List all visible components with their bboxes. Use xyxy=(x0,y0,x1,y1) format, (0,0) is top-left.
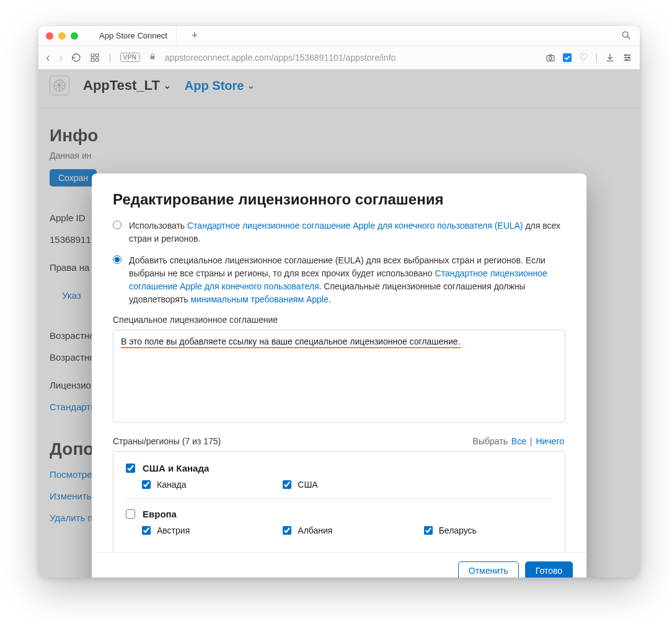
eula-textarea[interactable]: В это поле вы добавляете ссылку на ваше … xyxy=(113,330,565,423)
country-grid: Австрия Албания Беларусь xyxy=(142,525,552,535)
select-none-link[interactable]: Ничего xyxy=(536,436,564,446)
svg-rect-5 xyxy=(96,58,99,61)
modal-backdrop: Редактирование лицензионного соглашения … xyxy=(38,69,640,578)
close-window-button[interactable] xyxy=(46,32,53,40)
modal-footer: Отменить Готово xyxy=(92,552,586,578)
svg-point-0 xyxy=(622,32,628,37)
textarea-label: Специальное лицензионное соглашение xyxy=(113,315,565,325)
radio-custom[interactable] xyxy=(113,255,122,264)
svg-point-12 xyxy=(625,54,626,55)
svg-point-7 xyxy=(549,56,552,59)
country-item[interactable]: Австрия xyxy=(142,525,270,535)
browser-tab[interactable]: App Store Connect xyxy=(86,26,177,45)
option-standard-eula[interactable]: Использовать Стандартное лицензионное со… xyxy=(113,219,565,245)
tab-title: App Store Connect xyxy=(99,31,167,40)
select-all-link[interactable]: Все xyxy=(511,436,526,446)
heart-icon[interactable]: ♡ xyxy=(579,51,588,63)
page: AppTest_LT ⌄ App Store ⌄ Инфо Данная ин … xyxy=(38,69,640,578)
lock-icon xyxy=(149,53,156,62)
country-checkbox[interactable] xyxy=(142,480,151,489)
svg-rect-3 xyxy=(96,54,99,57)
country-grid: Канада США xyxy=(142,480,552,490)
svg-point-13 xyxy=(628,56,629,58)
search-icon[interactable] xyxy=(621,30,631,42)
done-button[interactable]: Готово xyxy=(525,561,573,578)
country-checkbox[interactable] xyxy=(283,526,291,535)
modal-title: Редактирование лицензионного соглашения xyxy=(113,191,565,208)
toolbar: ‹ › | VPN appstoreconnect.apple.com/apps… xyxy=(38,46,640,69)
eula-textarea-value: В это поле вы добавляете ссылку на ваше … xyxy=(121,336,461,348)
country-checkbox[interactable] xyxy=(424,526,433,535)
country-item[interactable]: США xyxy=(283,480,411,490)
eula-modal: Редактирование лицензионного соглашения … xyxy=(92,174,586,578)
min-requirements-link[interactable]: минимальным требованиям Apple xyxy=(190,294,328,304)
country-item[interactable]: Албания xyxy=(283,525,411,535)
maximize-window-button[interactable] xyxy=(71,32,78,40)
country-item[interactable]: Беларусь xyxy=(424,525,552,535)
settings-icon[interactable] xyxy=(622,53,632,63)
region-checkbox[interactable] xyxy=(126,509,135,519)
region-row[interactable]: США и Канада xyxy=(126,463,552,473)
country-checkbox[interactable] xyxy=(142,526,151,535)
svg-rect-6 xyxy=(547,55,554,61)
region-label: США и Канада xyxy=(143,463,209,473)
divider xyxy=(126,498,552,499)
svg-line-1 xyxy=(627,37,630,39)
country-item[interactable]: Канада xyxy=(142,480,270,490)
radio-standard[interactable] xyxy=(113,221,122,229)
vpn-badge: VPN xyxy=(120,53,140,62)
new-tab-button[interactable]: + xyxy=(184,29,206,42)
cancel-button[interactable]: Отменить xyxy=(458,561,519,578)
reload-button[interactable] xyxy=(71,53,81,63)
countries-header: Страны/регионы (7 из 175) Выбрать Все | … xyxy=(113,436,565,446)
option-custom-eula[interactable]: Добавить специальное лицензионное соглаш… xyxy=(113,254,565,306)
shield-icon[interactable] xyxy=(563,53,572,62)
svg-rect-2 xyxy=(91,54,94,57)
browser-window: App Store Connect + ‹ › | VPN appstoreco… xyxy=(38,26,640,578)
titlebar: App Store Connect + xyxy=(38,26,640,46)
country-checkbox[interactable] xyxy=(283,480,291,489)
forward-button[interactable]: › xyxy=(59,50,63,64)
window-controls xyxy=(46,32,78,40)
camera-icon[interactable] xyxy=(546,53,555,63)
region-label: Европа xyxy=(143,509,177,519)
address-bar[interactable]: appstoreconnect.apple.com/apps/153689110… xyxy=(165,53,537,63)
region-checkbox[interactable] xyxy=(126,464,135,473)
region-row[interactable]: Европа xyxy=(126,509,552,519)
svg-rect-4 xyxy=(91,58,94,61)
tab-overview-button[interactable] xyxy=(90,53,100,63)
svg-point-14 xyxy=(626,59,627,60)
back-button[interactable]: ‹ xyxy=(46,50,50,64)
countries-box: США и Канада Канада США xyxy=(113,451,565,552)
standard-eula-link[interactable]: Стандартное лицензионное соглашение Appl… xyxy=(187,221,523,231)
downloads-icon[interactable] xyxy=(605,53,615,63)
minimize-window-button[interactable] xyxy=(58,32,66,40)
